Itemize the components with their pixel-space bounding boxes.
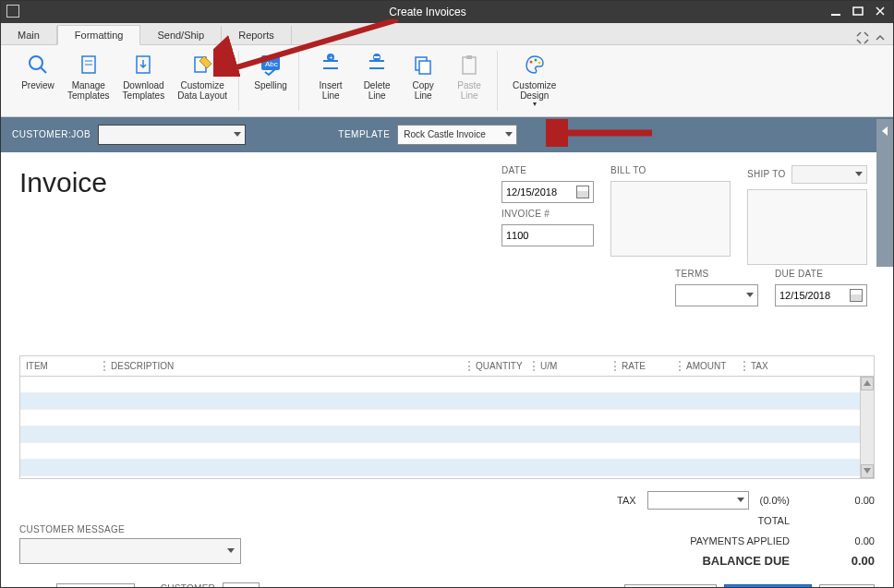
customer-tax-code-dropdown[interactable] [223, 582, 260, 587]
line-items-table: ITEM DESCRIPTION QUANTITY U/M RATE AMOUN… [19, 355, 875, 479]
template-label: TEMPLATE [338, 129, 390, 139]
copy-icon [411, 53, 435, 77]
pencil-document-icon [190, 53, 214, 77]
paste-icon [457, 53, 481, 77]
clear-button[interactable]: Clear [819, 584, 875, 587]
customer-message-dropdown[interactable] [19, 538, 241, 564]
svg-line-5 [41, 67, 46, 73]
col-description[interactable]: DESCRIPTION [103, 361, 468, 371]
table-row[interactable] [20, 443, 860, 460]
date-input[interactable]: 12/15/2018 [501, 181, 594, 203]
scroll-down-icon[interactable] [861, 464, 874, 478]
tab-send-ship[interactable]: Send/Ship [140, 26, 222, 44]
system-menu-icon[interactable] [6, 5, 19, 18]
table-row[interactable] [20, 426, 860, 443]
total-label: TOTAL [679, 515, 790, 526]
terms-dropdown[interactable] [675, 284, 758, 306]
payments-applied-label: PAYMENTS APPLIED [679, 535, 790, 546]
svg-point-26 [534, 59, 537, 62]
date-label: DATE [501, 165, 594, 175]
ship-to-dropdown[interactable] [791, 165, 867, 184]
table-rows[interactable] [20, 377, 860, 478]
ribbon-tabs: Main Formatting Send/Ship Reports [1, 23, 893, 45]
customize-data-layout-button[interactable]: Customize Data Layout [172, 51, 233, 111]
due-date-input[interactable]: 12/15/2018 [775, 284, 867, 306]
col-amount[interactable]: AMOUNT [679, 361, 743, 371]
customize-design-button[interactable]: Customize Design ▾ [507, 51, 562, 111]
tax-total-label: TAX [526, 495, 636, 506]
table-row[interactable] [20, 460, 860, 476]
bill-to-box[interactable] [610, 181, 731, 257]
col-quantity[interactable]: QUANTITY [468, 361, 533, 371]
spelling-button[interactable]: Abc Spelling [248, 51, 293, 111]
manage-templates-button[interactable]: Manage Templates [62, 51, 115, 111]
tax-percent: (0.0%) [760, 495, 790, 506]
invoice-num-label: INVOICE # [501, 209, 594, 219]
invoice-num-input[interactable]: 1100 [501, 224, 594, 246]
insert-line-button[interactable]: + Insert Line [308, 51, 353, 111]
customer-message-label: CUSTOMER MESSAGE [19, 524, 125, 534]
save-close-button[interactable]: Save & Close [624, 584, 718, 587]
customer-job-dropdown[interactable] [98, 125, 246, 145]
scroll-up-icon[interactable] [861, 377, 874, 390]
close-button[interactable] [875, 6, 888, 18]
svg-text:+: + [329, 54, 333, 62]
ribbon: Preview Manage Templates Download Templa… [1, 45, 893, 117]
ship-to-box[interactable] [747, 189, 867, 265]
col-um[interactable]: U/M [533, 361, 614, 371]
table-row[interactable] [20, 377, 860, 393]
chevron-down-icon [737, 498, 744, 502]
customer-tax-code-label: CUSTOMER TAX CODE [161, 583, 215, 587]
ship-to-label: SHIP TO [747, 169, 786, 179]
insert-line-icon: + [319, 53, 343, 77]
payments-applied-value: 0.00 [801, 535, 875, 546]
spellcheck-icon: Abc [259, 53, 283, 77]
tab-main[interactable]: Main [1, 26, 57, 44]
customer-template-bar: CUSTOMER:JOB TEMPLATE Rock Castle Invoic… [1, 117, 893, 152]
svg-rect-23 [463, 57, 476, 74]
col-item[interactable]: ITEM [20, 361, 103, 371]
tax-item-dropdown[interactable] [647, 491, 749, 510]
terms-label: TERMS [675, 269, 758, 279]
bill-to-label: BILL TO [610, 165, 731, 175]
expand-icon[interactable] [856, 31, 869, 44]
delete-line-icon [365, 53, 389, 77]
download-templates-button[interactable]: Download Templates [117, 51, 171, 111]
title-bar: Create Invoices [1, 1, 893, 23]
chevron-down-icon [746, 293, 754, 297]
copy-line-button[interactable]: Copy Line [401, 51, 445, 111]
memo-input[interactable] [56, 583, 134, 587]
col-rate[interactable]: RATE [614, 361, 679, 371]
due-date-label: DUE DATE [775, 269, 867, 279]
table-row[interactable] [20, 410, 860, 426]
vertical-scrollbar[interactable] [860, 377, 874, 478]
delete-line-button[interactable]: Delete Line [355, 51, 399, 111]
save-new-button[interactable]: Save & New [724, 584, 812, 587]
tab-formatting[interactable]: Formatting [57, 25, 141, 45]
calendar-icon[interactable] [576, 186, 589, 198]
preview-button[interactable]: Preview [16, 51, 60, 111]
palette-icon [523, 53, 547, 77]
template-dropdown[interactable]: Rock Castle Invoice [397, 125, 517, 145]
download-icon [131, 53, 155, 77]
document-icon [77, 53, 101, 77]
table-row[interactable] [20, 393, 860, 410]
svg-point-25 [529, 61, 532, 64]
tax-amount: 0.00 [801, 495, 875, 506]
minimize-button[interactable] [830, 6, 843, 18]
chevron-down-icon [855, 172, 863, 176]
tab-reports[interactable]: Reports [222, 26, 292, 44]
chevron-down-icon [227, 548, 235, 553]
svg-text:Abc: Abc [265, 60, 278, 68]
svg-rect-1 [853, 7, 863, 15]
window-title: Create Invoices [25, 6, 830, 18]
paste-line-button[interactable]: Paste Line [447, 51, 491, 111]
collapse-ribbon-icon[interactable] [875, 32, 886, 43]
svg-point-27 [538, 62, 540, 65]
col-tax[interactable]: TAX [743, 361, 785, 371]
chevron-down-icon [505, 132, 513, 137]
calendar-icon[interactable] [850, 289, 863, 302]
maximize-button[interactable] [852, 6, 865, 18]
svg-rect-24 [466, 55, 472, 59]
balance-due-value: 0.00 [801, 554, 875, 568]
